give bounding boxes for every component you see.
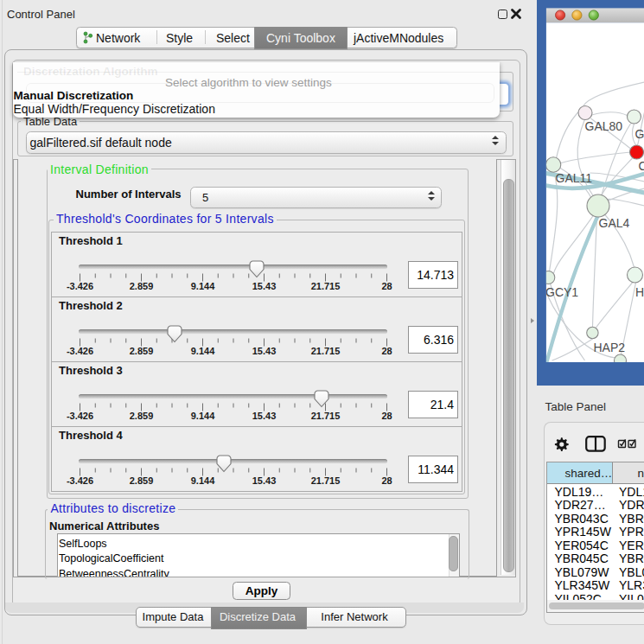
svg-text:GAL4: GAL4 bbox=[598, 216, 629, 230]
svg-text:C: C bbox=[638, 159, 644, 173]
svg-text:GAL80: GAL80 bbox=[584, 119, 622, 133]
svg-text:GAL11: GAL11 bbox=[555, 171, 592, 185]
svg-text:GCY1: GCY1 bbox=[545, 285, 578, 299]
svg-text:GA: GA bbox=[634, 127, 644, 141]
svg-text:HAP2: HAP2 bbox=[593, 341, 625, 354]
svg-text:H: H bbox=[635, 285, 644, 299]
